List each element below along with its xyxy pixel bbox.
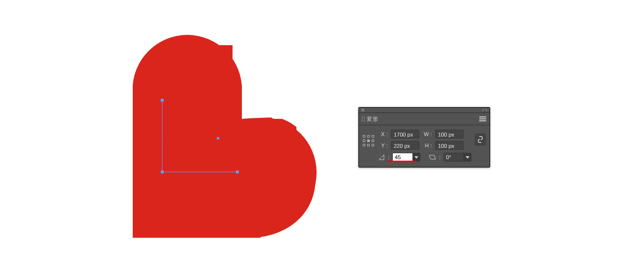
w-label: W : <box>422 131 432 137</box>
refpoint-mr[interactable] <box>372 140 374 142</box>
collapse-icon[interactable] <box>482 109 488 112</box>
selection-handle-top[interactable] <box>161 99 164 102</box>
heart-top-lobe-final <box>133 35 242 144</box>
x-field[interactable]: 1700 px <box>391 130 419 139</box>
shear-input[interactable] <box>444 153 464 161</box>
rotate-field[interactable] <box>392 153 420 162</box>
y-label: Y : <box>378 142 388 148</box>
refpoint-mc[interactable] <box>367 140 370 142</box>
svg-rect-7 <box>479 116 486 117</box>
y-field[interactable]: 220 px <box>391 141 419 150</box>
refpoint-ml[interactable] <box>363 140 365 142</box>
h-label: H : <box>422 142 432 148</box>
heart-shape[interactable] <box>118 34 324 255</box>
panel-body: X : 1700 px W : 100 px Y : 220 px H : 10… <box>359 125 490 167</box>
close-icon[interactable] <box>361 108 365 112</box>
shear-colon: : <box>439 154 440 160</box>
refpoint-tc[interactable] <box>367 135 370 138</box>
link-icon <box>478 136 483 143</box>
selection-handle-corner[interactable] <box>161 170 164 173</box>
reference-point-widget[interactable] <box>363 135 375 147</box>
svg-point-1 <box>362 116 363 117</box>
constrain-proportions-button[interactable] <box>475 134 486 145</box>
panel-drag-grip-icon[interactable] <box>362 116 365 121</box>
svg-point-3 <box>362 118 363 119</box>
refpoint-br[interactable] <box>372 144 374 146</box>
svg-point-2 <box>364 116 365 117</box>
selection-center-point[interactable] <box>217 137 219 140</box>
transform-panel[interactable]: 変形 <box>358 107 490 168</box>
panel-menu-icon[interactable] <box>479 116 486 121</box>
artboard[interactable] <box>0 0 644 280</box>
svg-rect-8 <box>479 118 486 119</box>
shear-icon <box>429 154 436 161</box>
rotate-input[interactable] <box>393 153 412 161</box>
w-field[interactable]: 100 px <box>435 130 464 139</box>
rotate-icon <box>378 154 385 161</box>
h-field[interactable]: 100 px <box>435 141 464 150</box>
refpoint-bl[interactable] <box>363 144 365 146</box>
panel-title-bar[interactable]: 変形 <box>359 113 490 125</box>
panel-title: 変形 <box>367 115 378 123</box>
refpoint-bc[interactable] <box>367 144 370 146</box>
x-label: X : <box>378 131 388 137</box>
panel-control-bar <box>359 108 490 113</box>
shear-dropdown-button[interactable] <box>464 153 471 161</box>
rotate-dropdown-button[interactable] <box>412 153 420 161</box>
refpoint-tr[interactable] <box>372 135 374 138</box>
shear-field[interactable] <box>443 153 471 162</box>
refpoint-tl[interactable] <box>363 135 365 138</box>
svg-point-5 <box>362 120 363 121</box>
svg-point-4 <box>364 118 365 119</box>
svg-point-6 <box>364 120 365 121</box>
svg-rect-9 <box>479 120 486 121</box>
selection-handle-right[interactable] <box>236 170 239 173</box>
rotate-colon: : <box>388 154 389 160</box>
